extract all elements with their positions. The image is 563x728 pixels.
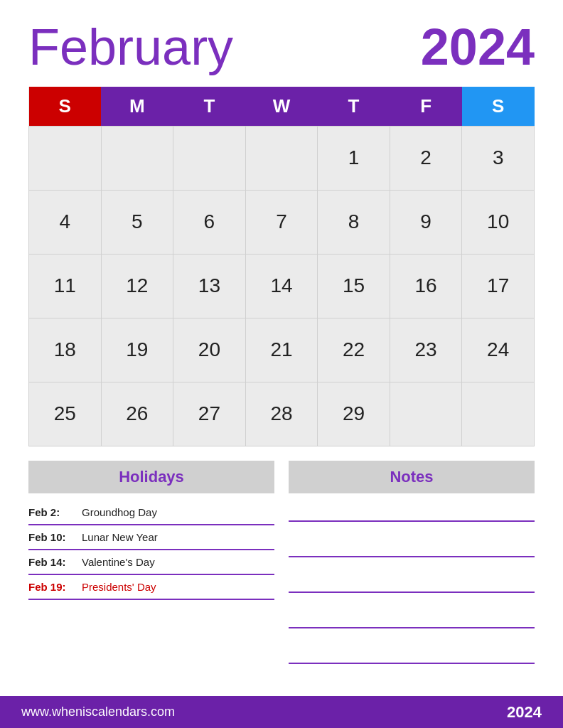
notes-header: Notes	[289, 461, 535, 493]
holiday-name: Valentine's Day	[82, 556, 155, 568]
calendar-body: 1234567891011121314151617181920212223242…	[29, 126, 535, 446]
table-row: 2526272829	[29, 382, 535, 446]
col-friday: F	[390, 87, 462, 126]
calendar-day: 29	[318, 382, 390, 446]
calendar-day: 10	[462, 190, 535, 254]
calendar-day: 4	[29, 190, 102, 254]
calendar-day: 15	[318, 254, 390, 318]
calendar-day: 21	[245, 318, 318, 382]
list-item: Feb 10:Lunar New Year	[28, 525, 274, 550]
calendar-day: 1	[318, 126, 390, 190]
calendar-day: 13	[173, 254, 246, 318]
footer-year: 2024	[507, 703, 542, 722]
list-item: Feb 14:Valentine's Day	[28, 550, 274, 575]
holiday-date: Feb 14:	[28, 556, 68, 568]
note-line[interactable]	[289, 572, 535, 593]
calendar-day: 17	[462, 254, 535, 318]
table-row: 18192021222324	[29, 318, 535, 382]
calendar-header-row: S M T W T F S	[29, 87, 535, 126]
footer-url: www.wheniscalendars.com	[21, 705, 175, 719]
col-wednesday: W	[245, 87, 318, 126]
note-line[interactable]	[289, 607, 535, 628]
page: February 2024 S M T W T F S 123456789101…	[0, 0, 563, 728]
calendar-day: 25	[29, 382, 102, 446]
table-row: 123	[29, 126, 535, 190]
calendar-day	[462, 382, 535, 446]
table-row: 11121314151617	[29, 254, 535, 318]
calendar-day: 8	[318, 190, 390, 254]
bottom-section: Holidays Feb 2:Groundhog DayFeb 10:Lunar…	[28, 461, 535, 729]
holiday-date: Feb 10:	[28, 531, 68, 543]
calendar-day: 22	[318, 318, 390, 382]
calendar-day: 12	[101, 254, 173, 318]
calendar-day: 26	[101, 382, 173, 446]
calendar-day: 23	[390, 318, 462, 382]
calendar-day: 16	[390, 254, 462, 318]
calendar-day	[29, 126, 102, 190]
col-tuesday: T	[173, 87, 246, 126]
calendar-day: 11	[29, 254, 102, 318]
calendar-day: 20	[173, 318, 246, 382]
holidays-section: Holidays Feb 2:Groundhog DayFeb 10:Lunar…	[28, 461, 274, 693]
col-thursday: T	[318, 87, 390, 126]
note-line[interactable]	[289, 500, 535, 522]
note-lines	[289, 500, 535, 678]
calendar-wrapper: S M T W T F S 12345678910111213141516171…	[28, 87, 535, 446]
month-title: February	[28, 21, 233, 73]
holiday-date: Feb 2:	[28, 506, 68, 518]
calendar-day	[101, 126, 173, 190]
year-title: 2024	[421, 21, 535, 73]
holiday-name: Lunar New Year	[82, 531, 158, 543]
calendar-day: 2	[390, 126, 462, 190]
calendar-day: 9	[390, 190, 462, 254]
calendar-day	[173, 126, 246, 190]
calendar-day: 28	[245, 382, 318, 446]
calendar-day: 6	[173, 190, 246, 254]
calendar-day: 18	[29, 318, 102, 382]
holiday-date: Feb 19:	[28, 581, 68, 593]
calendar-day: 24	[462, 318, 535, 382]
note-line[interactable]	[289, 643, 535, 664]
calendar-day: 14	[245, 254, 318, 318]
col-saturday: S	[462, 87, 535, 126]
calendar-grid: S M T W T F S 12345678910111213141516171…	[28, 87, 535, 446]
col-sunday: S	[29, 87, 102, 126]
calendar-day	[245, 126, 318, 190]
calendar-day: 7	[245, 190, 318, 254]
calendar-day	[390, 382, 462, 446]
col-monday: M	[101, 87, 173, 126]
list-item: Feb 2:Groundhog Day	[28, 500, 274, 525]
notes-section: Notes	[289, 461, 535, 693]
calendar-day: 3	[462, 126, 535, 190]
holiday-list: Feb 2:Groundhog DayFeb 10:Lunar New Year…	[28, 500, 274, 600]
table-row: 45678910	[29, 190, 535, 254]
holiday-name: Presidents' Day	[82, 581, 156, 593]
holiday-name: Groundhog Day	[82, 506, 157, 518]
holidays-header: Holidays	[28, 461, 274, 493]
calendar-day: 27	[173, 382, 246, 446]
note-line[interactable]	[289, 536, 535, 557]
calendar-day: 19	[101, 318, 173, 382]
footer: www.wheniscalendars.com 2024	[0, 696, 563, 728]
header: February 2024	[28, 21, 535, 73]
calendar-day: 5	[101, 190, 173, 254]
list-item: Feb 19:Presidents' Day	[28, 575, 274, 600]
